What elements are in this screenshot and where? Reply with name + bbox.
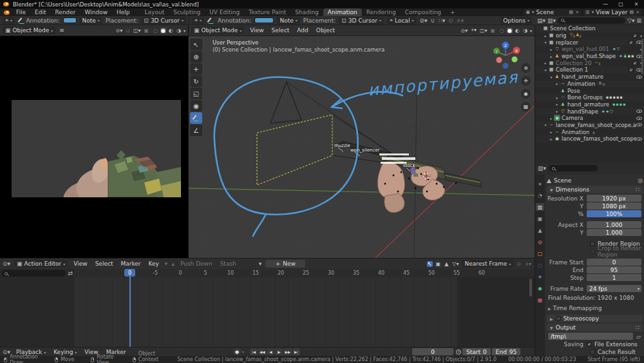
snap-target-icon[interactable]: ⊘▾ [419,17,427,24]
rendered-shading-icon[interactable]: ◑ [522,28,528,34]
presets-icon[interactable]: ∷ [636,324,639,331]
dopesheet-marker-menu[interactable]: Marker [118,260,142,267]
outliner-row[interactable]: ▸▽handShape∗∗▽ [535,108,644,115]
measure-tool-button[interactable]: ∠ [190,124,202,136]
channel-filter-toggle[interactable]: ⇄ [68,270,73,277]
move-down-icon[interactable]: ▾ [165,260,168,267]
stash-button[interactable]: Stash [218,260,238,267]
channel-search-input[interactable] [1,270,66,277]
minimize-button[interactable]: — [598,0,613,8]
expander-icon[interactable]: ▸ [554,95,560,100]
cache-result-checkbox[interactable] [590,349,595,355]
tab-layout[interactable]: Layout [140,8,169,16]
outliner-filter-id-dropdown[interactable]: ▥▾ [547,17,556,24]
cursor-tool-button[interactable]: ⊕ [190,51,202,63]
tab-shading[interactable]: Shading [290,8,323,16]
dimensions-panel-header[interactable]: ▼Dimensions ∷ [547,186,643,193]
wireframe-shading-icon[interactable]: ◌ [499,28,505,34]
proportional-falloff-icon[interactable]: ∧▾ [457,17,464,24]
grid-view-button[interactable]: ▦ [521,102,531,112]
frame-start-field[interactable]: 0 [587,259,641,266]
snap-mode-dropdown[interactable]: Nearest Frame▾ [462,260,513,268]
expander-icon[interactable]: ▾ [543,123,548,127]
xray-icon[interactable]: ▣ [489,28,496,34]
expander-icon[interactable]: ▸ [543,61,548,65]
tab-texture-paint[interactable]: Texture Paint [244,8,290,16]
output-panel-header[interactable]: ▼Output ∷ [547,324,643,331]
blender-menu-icon[interactable] [4,10,10,15]
viewport-menu-icon[interactable]: ≡ [59,27,64,34]
outliner-row[interactable]: ♟Pose [535,87,644,94]
gizmos-icon[interactable]: ⌖▾ [470,27,477,34]
menu-edit[interactable]: Edit [31,9,50,15]
outliner-row[interactable]: ▾~lancew_famas_shoot_scope.anm [535,122,644,129]
scene-properties-tab[interactable]: ▲ [536,226,544,234]
pin-icon[interactable]: ◎ [638,177,643,184]
outliner-row[interactable]: ▾▦replacer✓ [535,39,644,46]
time-remapping-panel-header[interactable]: ▶ Time Remapping [547,303,643,313]
menu-render[interactable]: Render [52,9,80,15]
end-frame-field[interactable]: End95 [492,348,521,355]
aspect-x-field[interactable]: 1.000 [587,221,641,228]
play-reverse-button[interactable]: ◀ [267,348,274,355]
object-data-properties-tab[interactable]: ◉ [536,284,544,292]
expander-icon[interactable]: ▸ [549,47,554,52]
tool-properties-tab[interactable]: ∗ [536,180,544,188]
end-field[interactable]: 95 [587,266,641,273]
new-action-button[interactable]: +New [265,260,305,268]
current-frame-badge[interactable]: 0 [124,269,135,277]
snap-magnet-icon[interactable]: ⊃ [430,17,435,24]
close-button[interactable]: × [629,0,644,8]
dopesheet-grid[interactable] [74,277,457,347]
outliner-search-input[interactable] [558,17,625,24]
menu-window[interactable]: Window [81,9,112,15]
menu-file[interactable]: File [12,9,30,15]
transform-tool-button[interactable]: ◉ [190,100,202,112]
expander-icon[interactable]: ▸ [554,109,560,113]
visibility-eye-icon[interactable] [636,137,642,141]
outliner-row[interactable]: ▸▦Collection 20~3✓▾ [535,59,644,66]
outliner-row[interactable]: ▸∷Bone Groups▪▪▪▪▪ [535,94,644,101]
mode-dropdown[interactable]: ▣Object Mode▾ [191,26,244,34]
chevron-down-icon[interactable]: ▾ [640,34,642,38]
outliner-row[interactable]: ▾▦Collection 1✓ [535,66,644,74]
dopesheet-key-menu[interactable]: Key [147,260,161,267]
jump-to-end-button[interactable]: ▶| [292,348,300,355]
xray-icon[interactable]: ▣ [143,28,149,34]
hide-hidden-icon[interactable]: ▣ [435,261,442,267]
material-shading-icon[interactable]: ◐ [515,28,520,34]
add-workspace-button[interactable]: + [446,8,460,16]
scene-selector[interactable]: ▣▾ Scene ▤ × [524,9,581,16]
solid-shading-icon[interactable]: ● [507,28,513,34]
outliner-row[interactable]: ▦Scene Collection [535,25,644,32]
expander-icon[interactable]: ▸ [554,102,560,106]
visibility-eye-icon[interactable] [636,75,642,79]
object-menu[interactable]: Object [314,27,337,34]
new-view-layer-icon[interactable]: ▤ [630,10,634,15]
view-menu[interactable]: View [248,27,265,34]
zoom-view-button[interactable]: ⊕ [521,63,531,73]
scale-tool-button[interactable]: ◱ [190,88,202,99]
outliner-row[interactable]: ▸◉lancew_famas_shoot_scope.anm.camer [535,135,644,142]
dopesheet-scrollbar[interactable] [529,279,532,297]
orientation-dropdown[interactable]: ⌖Local▾ [387,17,416,25]
expander-icon[interactable]: ▸ [549,130,554,134]
mode-dropdown[interactable]: ▣Object Mode▾ [3,26,55,34]
outliner-row[interactable]: ▸▦orig▽2♟2✓▾ [535,32,644,39]
view-layer-selector[interactable]: ▥▾ View Layer ▤ × [583,9,641,16]
select-menu[interactable]: Select [270,27,292,34]
playhead[interactable] [129,269,131,347]
annotation-color-swatch[interactable] [63,17,77,23]
collection-checkbox[interactable]: ✓ [629,67,634,72]
display-mode-dropdown[interactable]: ▤▾ [537,17,545,24]
proportional-edit-icon[interactable]: ⊙ [448,17,453,24]
next-keyframe-button[interactable]: ▶▶ [283,348,291,355]
object-types-visibility-dropdown[interactable]: ◎▾ [460,28,468,34]
push-down-button[interactable]: Push Down [178,260,214,267]
editor-type-dropdown[interactable]: ▥▾ [538,165,546,172]
crop-to-render-region-checkbox[interactable] [590,249,595,254]
navigation-gizmo[interactable]: Z Y X [490,40,521,71]
presets-icon[interactable]: ∷ [636,186,639,193]
world-properties-tab[interactable]: ◍ [536,238,544,246]
file-extensions-checkbox[interactable]: ✓ [587,342,592,347]
